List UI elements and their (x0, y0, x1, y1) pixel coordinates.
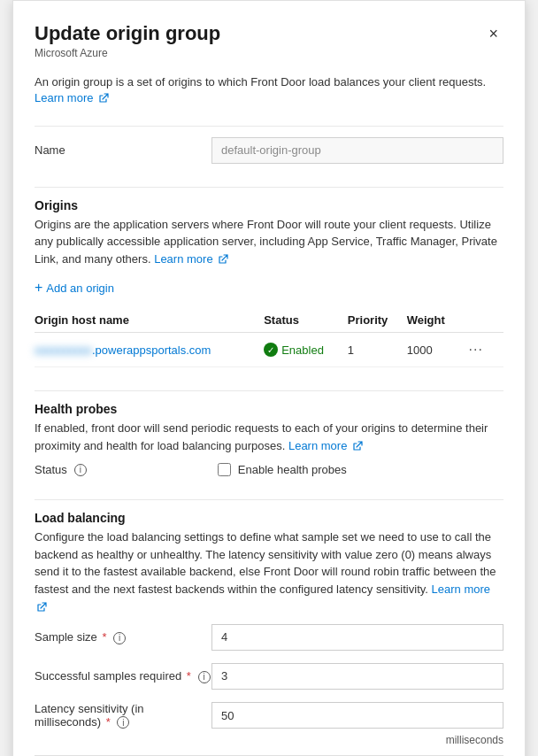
origins-learn-more-link[interactable]: Learn more (154, 252, 228, 266)
divider-2 (35, 187, 503, 188)
successful-samples-label: Successful samples required * i (35, 669, 211, 683)
successful-samples-row: Successful samples required * i (35, 663, 503, 690)
origin-more-button[interactable]: ··· (464, 340, 488, 359)
divider-4 (35, 499, 503, 500)
latency-sensitivity-input[interactable] (211, 702, 503, 729)
milliseconds-label: milliseconds (35, 734, 503, 746)
origin-actions-cell: ··· (464, 333, 503, 367)
update-origin-group-panel: Update origin group Microsoft Azure × An… (12, 0, 526, 756)
name-input[interactable] (211, 137, 503, 164)
add-origin-label: Add an origin (46, 282, 114, 295)
panel-title: Update origin group (35, 22, 220, 45)
origin-status-cell: ✓ Enabled (264, 333, 348, 367)
panel-subtitle: Microsoft Azure (35, 47, 220, 59)
health-probes-external-link-icon (352, 441, 363, 451)
origin-host-link[interactable]: xxxxxxxxxx.powerappsportals.com (35, 343, 211, 357)
close-button[interactable]: × (483, 24, 503, 43)
load-balancing-description: Configure the load balancing settings to… (35, 528, 503, 615)
latency-sensitivity-info-icon[interactable]: i (117, 716, 129, 729)
sample-size-required: * (102, 630, 106, 644)
table-row: xxxxxxxxxx.powerappsportals.com ✓ Enable… (35, 333, 503, 367)
origins-section: Origins Origins are the application serv… (35, 198, 503, 381)
successful-samples-required: * (187, 669, 191, 683)
col-header-priority: Priority (348, 308, 407, 333)
intro-section: An origin group is a set of origins to w… (35, 73, 503, 104)
health-probes-learn-more-link[interactable]: Learn more (288, 439, 363, 452)
origins-table: Origin host name Status Priority Weight … (35, 308, 503, 367)
enable-health-probes-checkbox[interactable] (218, 463, 231, 476)
load-balancing-section: Load balancing Configure the load balanc… (35, 511, 503, 755)
origin-host-blurred: xxxxxxxxxx (35, 343, 92, 357)
latency-sensitivity-label: Latency sensitivity (in milliseconds) * … (35, 702, 211, 729)
origin-status-enabled: ✓ Enabled (264, 343, 341, 357)
health-probes-status-label: Status (35, 463, 67, 476)
intro-learn-more-label: Learn more (35, 91, 93, 104)
origins-learn-more-label: Learn more (154, 252, 212, 266)
origin-host-domain: .powerappsportals.com (92, 343, 211, 357)
sample-size-label: Sample size * i (35, 630, 211, 644)
name-label: Name (35, 143, 211, 157)
origins-external-link-icon (218, 254, 228, 265)
health-probes-checkbox-container: Enable health probes (218, 463, 347, 476)
divider-3 (35, 390, 503, 391)
origin-host-cell: xxxxxxxxxx.powerappsportals.com (35, 333, 264, 367)
load-balancing-external-link-icon (36, 602, 47, 613)
col-header-status: Status (264, 308, 348, 333)
latency-sensitivity-row: Latency sensitivity (in milliseconds) * … (35, 702, 503, 729)
health-probes-learn-more-label: Learn more (288, 439, 347, 452)
plus-icon: + (35, 280, 42, 296)
successful-samples-input[interactable] (211, 663, 503, 690)
successful-samples-info-icon[interactable]: i (198, 671, 211, 683)
origins-description: Origins are the application servers wher… (35, 216, 503, 268)
latency-sensitivity-required: * (106, 715, 111, 729)
add-origin-button[interactable]: + Add an origin (35, 276, 114, 299)
col-header-host: Origin host name (35, 308, 264, 333)
load-balancing-learn-more-label: Learn more (432, 582, 490, 596)
sample-size-input[interactable] (211, 624, 503, 651)
name-row: Name (35, 137, 503, 164)
intro-learn-more-link[interactable]: Learn more (35, 91, 109, 104)
enable-health-probes-label: Enable health probes (238, 463, 347, 476)
intro-description: An origin group is a set of origins to w… (35, 75, 486, 89)
origin-status-text: Enabled (281, 343, 324, 357)
divider-1 (35, 126, 503, 127)
col-header-weight: Weight (407, 308, 464, 333)
origins-title: Origins (35, 198, 503, 212)
origin-priority-cell: 1 (348, 333, 407, 367)
load-balancing-title: Load balancing (35, 511, 503, 525)
table-header-row: Origin host name Status Priority Weight (35, 308, 503, 333)
col-header-actions (464, 308, 503, 333)
panel-header: Update origin group Microsoft Azure × (35, 22, 503, 70)
external-link-icon (98, 93, 109, 104)
check-circle-icon: ✓ (264, 343, 278, 357)
health-probes-description: If enabled, front door will send periodi… (35, 420, 503, 454)
health-probes-status-row: Status i Enable health probes (35, 463, 503, 476)
sample-size-row: Sample size * i (35, 624, 503, 651)
health-probes-section: Health probes If enabled, front door wil… (35, 402, 503, 489)
sample-size-info-icon[interactable]: i (113, 632, 126, 644)
health-probes-title: Health probes (35, 402, 503, 416)
title-area: Update origin group Microsoft Azure (35, 22, 220, 70)
health-probes-info-icon[interactable]: i (74, 464, 87, 476)
origin-weight-cell: 1000 (407, 333, 464, 367)
